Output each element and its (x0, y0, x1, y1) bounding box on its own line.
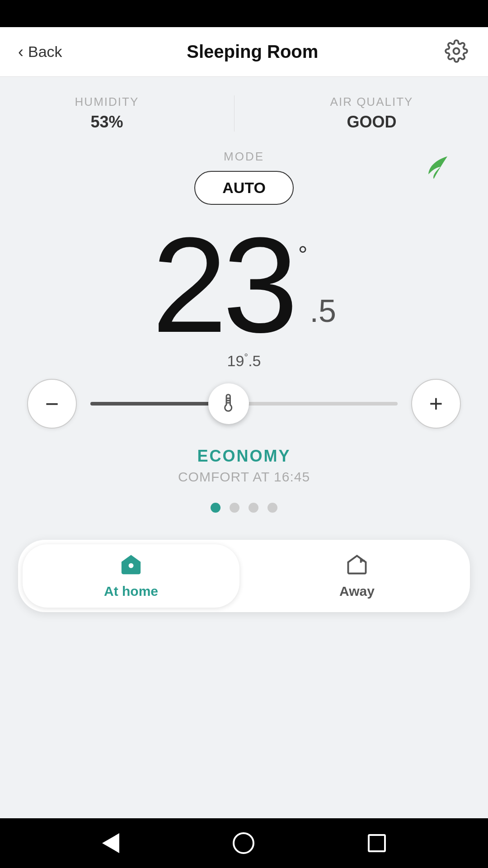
page-dots (211, 503, 277, 513)
android-home-button[interactable] (233, 832, 254, 854)
home-active-icon (119, 553, 143, 578)
nav-item-away[interactable]: Away (249, 544, 465, 608)
humidity-value: 53% (90, 113, 123, 132)
air-quality-value: GOOD (347, 113, 396, 132)
stats-row: HUMIDITY 53% AIR QUALITY GOOD (0, 95, 488, 132)
android-navigation (0, 818, 488, 868)
page-dot-2[interactable] (230, 503, 239, 513)
nav-item-at-home[interactable]: At home (23, 544, 239, 608)
stats-divider (234, 95, 235, 132)
mode-section: MODE AUTO (0, 150, 488, 205)
page-dot-4[interactable] (267, 503, 277, 513)
away-icon (345, 553, 369, 578)
away-label: Away (339, 584, 375, 599)
degree-symbol: ° (298, 241, 308, 268)
page-title: Sleeping Room (187, 42, 318, 62)
humidity-label: HUMIDITY (75, 95, 139, 109)
chevron-left-icon: ‹ (18, 42, 23, 61)
decrease-button[interactable]: − (27, 379, 77, 429)
svg-point-4 (129, 563, 134, 568)
android-recent-button[interactable] (368, 834, 386, 852)
increase-button[interactable]: + (411, 379, 461, 429)
back-button[interactable]: ‹ Back (18, 42, 62, 61)
nav-container: At home Away (18, 540, 470, 612)
next-schedule-label: COMFORT at 16:45 (178, 469, 310, 485)
temperature-display: 23 ° .5 (152, 227, 336, 343)
mode-badge[interactable]: AUTO (194, 171, 294, 205)
air-quality-label: AIR QUALITY (330, 95, 413, 109)
bottom-navigation: At home Away (0, 531, 488, 626)
back-label: Back (28, 43, 62, 61)
temperature-decimal: .5 (310, 293, 336, 329)
settings-button[interactable] (443, 38, 470, 66)
main-content: HUMIDITY 53% AIR QUALITY GOOD MODE AUTO … (0, 77, 488, 818)
thermometer-icon (220, 394, 238, 414)
schedule-section: ECONOMY COMFORT at 16:45 (178, 447, 310, 485)
plus-icon: + (429, 390, 443, 417)
android-home-icon (233, 832, 254, 854)
slider-thumb[interactable] (208, 383, 249, 424)
humidity-stat: HUMIDITY 53% (75, 95, 139, 132)
current-schedule-mode: ECONOMY (197, 447, 291, 466)
android-back-button[interactable] (102, 833, 119, 853)
slider-section: 19°.5 − (0, 352, 488, 429)
air-quality-stat: AIR QUALITY GOOD (330, 95, 413, 132)
svg-point-0 (453, 48, 459, 54)
status-bar (0, 0, 488, 27)
minus-icon: − (45, 390, 59, 417)
gear-icon (445, 39, 468, 65)
android-back-icon (102, 833, 119, 853)
temperature-slider[interactable] (90, 379, 398, 429)
at-home-label: At home (104, 584, 158, 599)
page-dot-1[interactable] (211, 503, 221, 513)
mode-label: MODE (224, 150, 264, 164)
leaf-icon (425, 154, 452, 183)
temperature-main: 23 (152, 227, 294, 343)
slider-row: − + (27, 379, 461, 429)
page-dot-3[interactable] (249, 503, 258, 513)
header: ‹ Back Sleeping Room (0, 27, 488, 77)
android-recent-icon (368, 834, 386, 852)
